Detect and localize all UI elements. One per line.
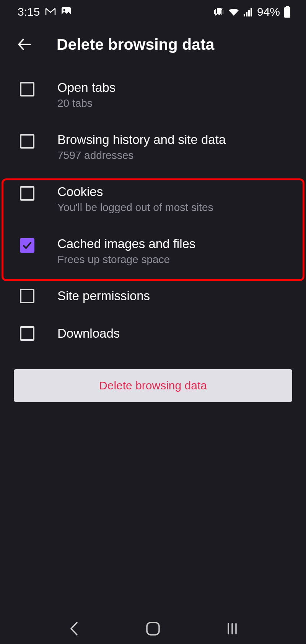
item-permissions[interactable]: Site permissions xyxy=(15,277,291,315)
checkbox-history[interactable] xyxy=(20,134,34,149)
item-open-tabs[interactable]: Open tabs 20 tabs xyxy=(15,69,291,121)
gmail-icon xyxy=(45,8,56,16)
svg-rect-9 xyxy=(147,623,159,635)
checkbox-downloads[interactable] xyxy=(20,326,34,341)
battery-percent: 94% xyxy=(257,5,280,18)
delete-button[interactable]: Delete browsing data xyxy=(14,369,292,402)
nav-back-icon[interactable] xyxy=(65,619,83,638)
label-open-tabs: Open tabs xyxy=(57,80,286,95)
label-cookies: Cookies xyxy=(57,185,286,199)
header: Delete browsing data xyxy=(0,24,306,69)
svg-point-1 xyxy=(63,9,65,11)
checkbox-open-tabs[interactable] xyxy=(20,82,34,96)
image-icon xyxy=(61,7,71,17)
item-cookies[interactable]: Cookies You'll be logged out of most sit… xyxy=(15,173,291,225)
page-title: Delete browsing data xyxy=(57,36,214,54)
settings-list: Open tabs 20 tabs Browsing history and s… xyxy=(0,69,306,352)
label-history: Browsing history and site data xyxy=(57,132,286,147)
svg-rect-6 xyxy=(251,8,252,16)
back-button[interactable] xyxy=(15,35,34,54)
item-cache[interactable]: Cached images and files Frees up storage… xyxy=(15,225,291,277)
item-downloads[interactable]: Downloads xyxy=(15,315,291,352)
svg-rect-7 xyxy=(286,6,289,7)
sublabel-history: 7597 addresses xyxy=(57,149,286,162)
svg-rect-3 xyxy=(244,14,245,16)
status-time: 3:15 xyxy=(18,5,40,18)
svg-rect-8 xyxy=(284,7,290,18)
system-nav-bar xyxy=(0,613,306,644)
wifi-icon xyxy=(228,7,239,16)
status-bar: 3:15 xyxy=(0,0,306,24)
svg-rect-5 xyxy=(248,10,250,16)
nav-home-icon[interactable] xyxy=(144,619,162,638)
checkbox-cache[interactable] xyxy=(20,238,34,253)
battery-icon xyxy=(284,6,291,18)
label-permissions: Site permissions xyxy=(57,289,286,303)
vibrate-icon xyxy=(213,7,224,17)
checkbox-cookies[interactable] xyxy=(20,186,34,201)
svg-rect-4 xyxy=(246,12,247,16)
label-downloads: Downloads xyxy=(57,326,286,341)
sublabel-cookies: You'll be logged out of most sites xyxy=(57,201,286,214)
nav-recents-icon[interactable] xyxy=(223,619,241,638)
sublabel-open-tabs: 20 tabs xyxy=(57,97,286,110)
item-history[interactable]: Browsing history and site data 7597 addr… xyxy=(15,121,291,173)
label-cache: Cached images and files xyxy=(57,237,286,251)
sublabel-cache: Frees up storage space xyxy=(57,253,286,266)
signal-icon xyxy=(243,7,253,16)
checkbox-permissions[interactable] xyxy=(20,289,34,303)
